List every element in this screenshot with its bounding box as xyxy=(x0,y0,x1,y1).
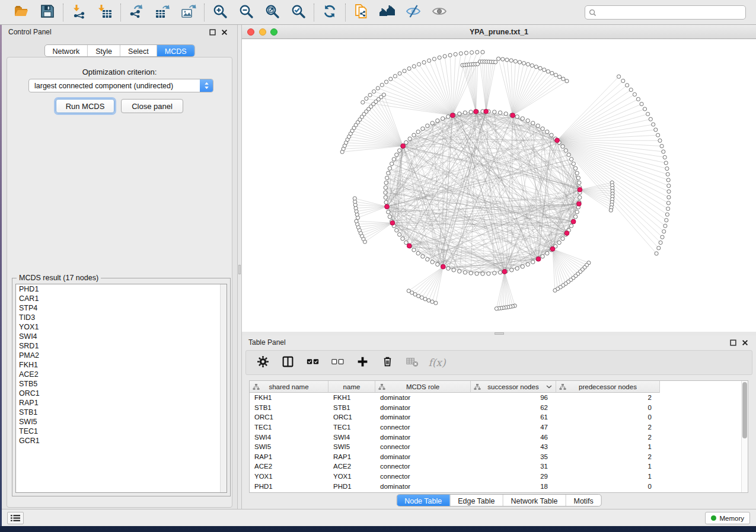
memory-button[interactable]: Memory xyxy=(705,512,750,524)
close-panel-icon[interactable] xyxy=(221,29,228,36)
cell-shared-name: TEC1 xyxy=(250,424,328,431)
cell-MCDS-role: dominator xyxy=(375,453,471,460)
split-panel-button[interactable] xyxy=(280,355,295,370)
cell-predecessor-nodes: 2 xyxy=(556,424,660,431)
result-node-item[interactable]: PHD1 xyxy=(16,284,227,294)
column-label: predecessor nodes xyxy=(579,383,637,390)
export-image-button[interactable] xyxy=(180,4,197,21)
table-row[interactable]: ACE2ACE2connector311 xyxy=(250,462,748,472)
tab-mcds[interactable]: MCDS xyxy=(157,45,194,56)
delete-table-button[interactable] xyxy=(405,355,419,370)
result-node-item[interactable]: STB1 xyxy=(16,408,227,417)
network-graph[interactable] xyxy=(242,39,756,332)
zoom-selected-icon xyxy=(291,4,306,21)
tab-style[interactable]: Style xyxy=(87,45,120,56)
tab-node-table[interactable]: Node Table xyxy=(397,495,449,506)
table-row[interactable]: ORC1ORC1dominator610 xyxy=(250,412,748,422)
zoom-selected-button[interactable] xyxy=(290,4,307,21)
tab-edge-table[interactable]: Edge Table xyxy=(449,495,502,506)
hide-graphics-details-button[interactable] xyxy=(405,4,422,21)
show-graphics-details-button[interactable] xyxy=(431,4,448,21)
zoom-fit-button[interactable] xyxy=(264,4,280,21)
import-network-button[interactable] xyxy=(71,4,87,21)
float-window-icon[interactable] xyxy=(209,29,216,36)
open-session-button[interactable] xyxy=(13,4,30,21)
network-canvas[interactable] xyxy=(242,39,756,332)
run-mcds-button[interactable]: Run MCDS xyxy=(56,99,114,113)
search-box[interactable] xyxy=(585,5,746,20)
result-node-item[interactable]: STB5 xyxy=(16,379,227,389)
criterion-dropdown[interactable]: largest connected component (undirected) xyxy=(28,79,213,92)
table-row[interactable]: FKH1FKH1dominator962 xyxy=(250,393,748,403)
select-all-checkboxes-icon xyxy=(307,355,319,370)
result-node-item[interactable]: SRD1 xyxy=(16,341,227,351)
export-network-button[interactable] xyxy=(128,4,145,21)
cell-MCDS-role: dominator xyxy=(375,404,471,411)
result-node-item[interactable]: GCR1 xyxy=(16,436,227,446)
function-builder-button[interactable]: f(x) xyxy=(430,355,444,370)
column-header-successor-nodes[interactable]: successor nodes xyxy=(471,381,556,393)
table-row[interactable]: TEC1TEC1connector472 xyxy=(250,422,748,432)
search-input[interactable] xyxy=(599,8,742,17)
control-panel-title: Control Panel xyxy=(8,28,52,36)
table-row[interactable]: RAP1RAP1dominator352 xyxy=(250,452,748,462)
result-node-item[interactable]: YOX1 xyxy=(16,322,227,332)
toolbar-group xyxy=(314,4,345,21)
vertical-splitter[interactable] xyxy=(237,25,242,509)
table-header-row: shared namenameMCDS rolesuccessor nodesp… xyxy=(250,381,660,393)
result-node-item[interactable]: FKH1 xyxy=(16,360,227,370)
tab-motifs[interactable]: Motifs xyxy=(565,495,601,506)
result-node-item[interactable]: ACE2 xyxy=(16,370,227,379)
zoom-out-button[interactable] xyxy=(238,4,254,21)
toolbar-group xyxy=(6,4,63,21)
column-header-shared-name[interactable]: shared name xyxy=(250,381,328,393)
result-node-item[interactable]: STP4 xyxy=(16,303,227,313)
table-scrollbar[interactable] xyxy=(741,381,748,492)
result-node-item[interactable]: ORC1 xyxy=(16,389,227,398)
result-node-item[interactable]: SWI5 xyxy=(16,417,227,427)
splitter-grip[interactable] xyxy=(238,265,241,274)
legacy-home-button[interactable] xyxy=(379,4,395,21)
task-history-button[interactable] xyxy=(7,512,24,524)
table-toolbar: f(x) xyxy=(245,350,752,375)
column-header-predecessor-nodes[interactable]: predecessor nodes xyxy=(556,381,660,393)
control-panel-tabs: NetworkStyleSelectMCDS xyxy=(44,44,194,57)
delete-columns-button[interactable] xyxy=(380,355,394,370)
float-window-icon[interactable] xyxy=(730,339,736,346)
table-row[interactable]: STB1STB1dominator620 xyxy=(250,403,748,413)
tab-network[interactable]: Network xyxy=(44,45,87,56)
result-node-item[interactable]: TID3 xyxy=(16,313,227,322)
column-header-MCDS-role[interactable]: MCDS role xyxy=(375,381,471,393)
result-node-item[interactable]: RAP1 xyxy=(16,398,227,408)
table-row[interactable]: YOX1YOX1connector291 xyxy=(250,472,748,482)
tab-network-table[interactable]: Network Table xyxy=(503,495,566,506)
scrollbar-thumb[interactable] xyxy=(742,382,747,438)
column-header-name[interactable]: name xyxy=(328,381,375,393)
export-table-button[interactable] xyxy=(154,4,171,21)
refresh-layout-button[interactable] xyxy=(321,4,338,21)
criterion-value: largest connected component (undirected) xyxy=(34,82,173,90)
deselect-all-checkboxes-button[interactable] xyxy=(330,355,344,370)
zoom-in-button[interactable] xyxy=(212,4,228,21)
cell-MCDS-role: dominator xyxy=(375,414,471,421)
table-rows: FKH1FKH1dominator962STB1STB1dominator620… xyxy=(250,393,748,492)
table-row[interactable]: PHD1PHD1dominator180 xyxy=(250,481,748,491)
add-column-button[interactable] xyxy=(355,355,369,370)
close-panel-button[interactable]: Close panel xyxy=(121,99,183,113)
result-node-item[interactable]: CAR1 xyxy=(16,294,227,303)
settings-gear-button[interactable] xyxy=(256,355,270,370)
result-node-item[interactable]: PMA2 xyxy=(16,351,227,360)
table-row[interactable]: SWI4SWI4dominator462 xyxy=(250,432,748,442)
share-network-button[interactable] xyxy=(353,4,369,21)
result-list-scrollbar[interactable] xyxy=(220,284,227,492)
splitter-grip[interactable] xyxy=(495,332,504,335)
result-node-item[interactable]: SWI4 xyxy=(16,332,227,341)
close-panel-icon[interactable] xyxy=(742,339,748,346)
add-column-icon xyxy=(356,355,369,370)
import-table-button[interactable] xyxy=(97,4,113,21)
select-all-checkboxes-button[interactable] xyxy=(305,355,320,370)
table-row[interactable]: SWI5SWI5connector431 xyxy=(250,442,748,452)
save-session-button[interactable] xyxy=(39,4,56,21)
result-node-item[interactable]: TEC1 xyxy=(16,427,227,436)
tab-select[interactable]: Select xyxy=(120,45,157,56)
